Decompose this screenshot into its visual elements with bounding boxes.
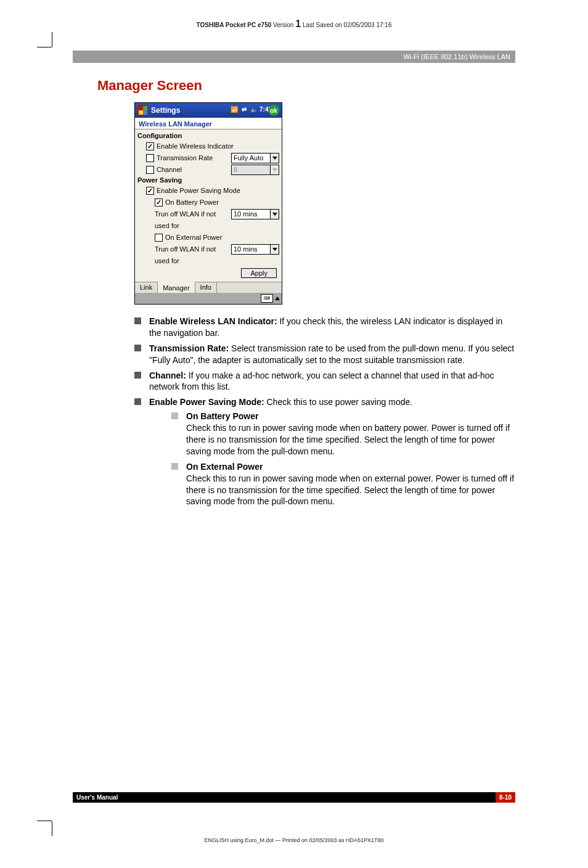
bullet-title: Enable Power Saving Mode: bbox=[149, 397, 264, 407]
on-battery-row: On Battery Power bbox=[137, 197, 279, 208]
enable-wireless-indicator-row: Enable Wireless Indicator bbox=[137, 141, 279, 152]
transmission-rate-checkbox[interactable] bbox=[146, 154, 154, 162]
bullet-title: Enable Wireless LAN Indicator: bbox=[149, 316, 277, 326]
tabbar: Link Manager Info bbox=[135, 282, 282, 293]
last-saved: Last Saved on 02/05/2003 17:16 bbox=[303, 22, 392, 28]
battery-trun-dropdown[interactable]: 10 mins bbox=[231, 209, 279, 219]
enable-psm-label: Enable Power Saving Mode bbox=[157, 187, 279, 194]
version-label: Version bbox=[273, 22, 293, 28]
sub-title: On External Power bbox=[186, 462, 263, 472]
battery-trun-label2: used for bbox=[155, 222, 279, 229]
on-external-checkbox[interactable] bbox=[155, 234, 163, 242]
external-trun-dropdown[interactable]: 10 mins bbox=[231, 244, 279, 255]
ok-button[interactable]: ok bbox=[268, 105, 279, 116]
list-item: Transmission Rate: Select transmission r… bbox=[134, 343, 515, 366]
transmission-rate-row: Transmission Rate Fully Auto bbox=[137, 152, 279, 163]
sub-title: On Battery Power bbox=[186, 411, 258, 421]
transmission-rate-value: Fully Auto bbox=[232, 154, 270, 163]
tab-manager[interactable]: Manager bbox=[158, 282, 195, 293]
bullet-text: If you make a ad-hoc network, you can se… bbox=[149, 371, 494, 392]
list-item: Channel: If you make a ad-hoc network, y… bbox=[134, 370, 515, 393]
description-list: Enable Wireless LAN Indicator: If you ch… bbox=[134, 316, 515, 507]
crop-mark bbox=[52, 32, 52, 47]
print-line: ENGLISH using Euro_M.dot — Printed on 02… bbox=[0, 837, 588, 843]
section-title: Manager Screen bbox=[97, 78, 515, 94]
sub-text: Check this to run in power saving mode w… bbox=[186, 423, 510, 456]
start-flag-icon[interactable] bbox=[137, 105, 149, 116]
config-heading: Configuration bbox=[137, 132, 279, 139]
version-number: 1 bbox=[295, 18, 301, 29]
list-item: On External Power Check this to run in p… bbox=[171, 461, 515, 508]
crop-mark bbox=[37, 821, 52, 821]
tab-link[interactable]: Link bbox=[135, 282, 158, 293]
battery-trun-label1: Trun off WLAN if not bbox=[155, 210, 231, 218]
product-name: TOSHIBA Pocket PC e750 bbox=[197, 22, 272, 28]
crop-mark bbox=[37, 47, 52, 47]
sip-up-icon[interactable] bbox=[274, 294, 280, 303]
transmission-rate-dropdown[interactable]: Fully Auto bbox=[231, 153, 279, 163]
battery-trun-value: 10 mins bbox=[232, 210, 270, 219]
channel-value: 8 bbox=[232, 165, 270, 174]
apply-button[interactable]: Apply bbox=[241, 268, 277, 278]
sub-list: On Battery Power Check this to run in po… bbox=[171, 411, 515, 507]
chevron-down-icon bbox=[270, 154, 279, 163]
titlebar: Settings 📶 ⇄ 🔈 7:45 ok bbox=[135, 103, 282, 118]
chevron-down-icon bbox=[270, 245, 279, 254]
page-number: 8-10 bbox=[496, 792, 515, 803]
bullet-title: Transmission Rate: bbox=[149, 343, 229, 353]
channel-label: Channel bbox=[157, 166, 231, 173]
chapter-bar: Wi-Fi (IEEE 802.11b) Wireless LAN bbox=[73, 51, 515, 63]
enable-psm-checkbox[interactable] bbox=[146, 187, 154, 195]
chevron-down-icon bbox=[270, 210, 279, 219]
bullet-title: Channel: bbox=[149, 371, 186, 380]
sip-bar: ⌨ bbox=[135, 293, 282, 304]
channel-checkbox[interactable] bbox=[146, 166, 154, 174]
power-saving-heading: Power Saving bbox=[137, 176, 279, 184]
page-header: TOSHIBA Pocket PC e750 Version 1 Last Sa… bbox=[0, 18, 588, 30]
external-trun-label1: Trun off WLAN if not bbox=[155, 245, 231, 253]
channel-row: Channel 8 bbox=[137, 164, 279, 175]
on-external-label: On External Power bbox=[165, 234, 279, 241]
list-item: Enable Wireless LAN Indicator: If you ch… bbox=[134, 316, 515, 339]
footer-bar: User's Manual 8-10 bbox=[73, 792, 515, 803]
enable-psm-row: Enable Power Saving Mode bbox=[137, 185, 279, 196]
footer-left: User's Manual bbox=[76, 794, 118, 801]
battery-trun-row1: Trun off WLAN if not 10 mins bbox=[137, 208, 279, 219]
keyboard-icon[interactable]: ⌨ bbox=[261, 294, 273, 303]
app-name: Wireless LAN Manager bbox=[135, 118, 282, 129]
external-trun-value: 10 mins bbox=[232, 245, 270, 254]
list-item: On Battery Power Check this to run in po… bbox=[171, 411, 515, 457]
enable-wireless-indicator-label: Enable Wireless Indicator bbox=[157, 142, 279, 150]
on-battery-checkbox[interactable] bbox=[155, 199, 163, 207]
channel-dropdown: 8 bbox=[231, 165, 279, 175]
volume-icon: 🔈 bbox=[250, 106, 258, 115]
chevron-down-icon bbox=[270, 165, 279, 174]
bullet-text: Check this to use power saving mode. bbox=[264, 397, 412, 407]
device-screenshot: Settings 📶 ⇄ 🔈 7:45 ok Wireless LAN Mana… bbox=[134, 102, 282, 305]
clock-time: 7:45 bbox=[259, 106, 268, 115]
tab-info[interactable]: Info bbox=[195, 282, 217, 293]
sync-icon: ⇄ bbox=[240, 106, 248, 115]
titlebar-title: Settings bbox=[151, 106, 230, 115]
crop-mark bbox=[52, 821, 52, 836]
external-trun-row1: Trun off WLAN if not 10 mins bbox=[137, 244, 279, 255]
sub-text: Check this to run in power saving mode w… bbox=[186, 473, 514, 507]
on-battery-label: On Battery Power bbox=[165, 199, 279, 206]
list-item: Enable Power Saving Mode: Check this to … bbox=[134, 396, 515, 507]
signal-icon: 📶 bbox=[230, 106, 239, 115]
on-external-row: On External Power bbox=[137, 232, 279, 243]
enable-wireless-indicator-checkbox[interactable] bbox=[146, 142, 154, 150]
battery-trun-row2: used for bbox=[137, 220, 279, 231]
transmission-rate-label: Transmission Rate bbox=[157, 154, 231, 162]
external-trun-label2: used for bbox=[155, 257, 279, 264]
external-trun-row2: used for bbox=[137, 255, 279, 266]
